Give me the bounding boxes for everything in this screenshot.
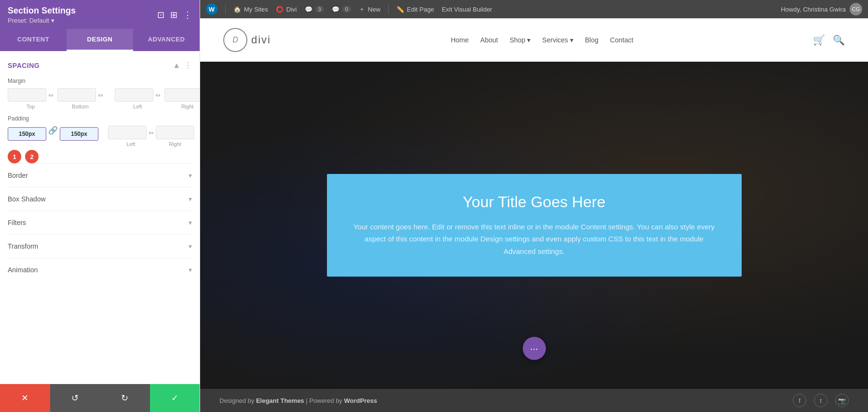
hero-title: Your Title Goes Here [351, 193, 718, 211]
margin-left-group: ⇔ Left [115, 88, 161, 109]
footer-elegant: Elegant Themes [256, 397, 304, 404]
padding-left-input-wrap: ⇔ [108, 126, 154, 139]
my-sites-label: My Sites [244, 6, 268, 13]
pings-item[interactable]: 💬 0 [332, 6, 351, 13]
topbar-divider-2 [388, 4, 389, 14]
margin-left-link-icon[interactable]: ⇔ [155, 92, 161, 99]
my-sites-item[interactable]: 🏠 My Sites [233, 6, 268, 13]
preset-label[interactable]: Preset: Default ▾ [8, 17, 76, 24]
box-shadow-label: Box Shadow [8, 195, 46, 203]
more-icon[interactable]: ⋮ [183, 10, 192, 20]
nav-services[interactable]: Services ▾ [542, 36, 573, 44]
box-shadow-section: Box Shadow ▾ [8, 187, 192, 211]
margin-top-input[interactable] [8, 88, 46, 102]
search-icon[interactable]: 🔍 [833, 34, 845, 46]
margin-right-label: Right [181, 104, 194, 109]
fab-icon: ··· [530, 343, 538, 354]
tab-design[interactable]: Design [67, 29, 133, 51]
margin-bottom-link-icon[interactable]: ⇔ [98, 92, 103, 99]
margin-label: Margin [8, 78, 192, 84]
divi-logo-text: divi [251, 34, 271, 46]
twitter-icon[interactable]: t [814, 394, 827, 407]
margin-bottom-label: Bottom [72, 104, 89, 109]
padding-left-input[interactable] [108, 126, 147, 139]
wp-logo-item[interactable]: W [206, 3, 217, 15]
comments-badge: 3 [315, 6, 324, 13]
exit-builder-item[interactable]: Exit Visual Builder [442, 6, 492, 13]
panel-header-left: Section Settings Preset: Default ▾ [8, 6, 76, 24]
nav-blog[interactable]: Blog [585, 36, 598, 44]
topbar-divider-1 [225, 4, 226, 14]
redo-button[interactable]: ↻ [100, 384, 150, 412]
nav-about[interactable]: About [480, 36, 498, 44]
padding-left-link-icon[interactable]: ⇔ [149, 129, 154, 136]
margin-top-label: Top [27, 104, 35, 109]
border-header[interactable]: Border ▾ [8, 172, 192, 179]
edit-page-label: Edit Page [407, 6, 434, 13]
tab-advanced[interactable]: Advanced [133, 29, 200, 51]
nav-shop[interactable]: Shop ▾ [510, 36, 531, 44]
transform-header[interactable]: Transform ▾ [8, 242, 192, 250]
nav-home[interactable]: Home [451, 36, 469, 44]
border-section: Border ▾ [8, 163, 192, 187]
footer-middle: | Powered by [306, 397, 344, 404]
margin-inputs-row: ⇔ Top ⇔ Bottom [8, 88, 192, 109]
transform-label: Transform [8, 242, 38, 250]
margin-right-input[interactable] [164, 88, 200, 102]
divi-label: Divi [286, 6, 297, 13]
content-box[interactable]: Your Title Goes Here Your content goes h… [327, 174, 742, 277]
padding-right-input[interactable] [156, 126, 194, 139]
panel-bottom: ✕ ↺ ↻ ✓ [0, 384, 200, 412]
padding-bottom-input[interactable] [60, 127, 98, 141]
margin-bottom-input[interactable] [57, 88, 96, 102]
animation-label: Animation [8, 266, 38, 274]
filters-section: Filters ▾ [8, 211, 192, 234]
filters-header[interactable]: Filters ▾ [8, 219, 192, 226]
padding-left-group: ⇔ Left [108, 126, 154, 147]
cancel-button[interactable]: ✕ [0, 384, 50, 412]
margin-left-input[interactable] [115, 88, 153, 102]
divi-logo-letter: D [232, 36, 238, 44]
spacing-title: Spacing [8, 62, 40, 69]
margin-bottom-group: ⇔ Bottom [57, 88, 103, 109]
nav-contact[interactable]: Contact [610, 36, 633, 44]
animation-header[interactable]: Animation ▾ [8, 266, 192, 274]
comments-icon: 💬 [305, 6, 312, 13]
spacing-more-icon[interactable]: ⋮ [184, 61, 192, 70]
pencil-icon: ✏️ [396, 6, 404, 13]
hero-section: Your Title Goes Here Your content goes h… [200, 62, 868, 389]
expand-icon[interactable]: ⊡ [157, 10, 164, 20]
box-shadow-header[interactable]: Box Shadow ▾ [8, 195, 192, 203]
home-icon: 🏠 [233, 6, 241, 13]
hero-body: Your content goes here. Edit or remove t… [351, 221, 718, 258]
instagram-icon[interactable]: 📷 [835, 394, 849, 407]
transform-section: Transform ▾ [8, 234, 192, 258]
panel-header-icons: ⊡ ⊞ ⋮ [157, 10, 192, 20]
padding-link-icon[interactable]: 🔗 [48, 126, 58, 135]
padding-top-input[interactable] [8, 127, 46, 141]
badge-2: 2 [25, 150, 39, 163]
pings-badge: 0 [342, 6, 351, 13]
facebook-icon[interactable]: f [793, 394, 806, 407]
new-item[interactable]: ＋ New [359, 5, 380, 13]
padding-field: Padding 🔗 [8, 115, 192, 163]
right-area: W 🏠 My Sites ⭕ Divi 💬 3 💬 0 ＋ New ✏️ Edi… [200, 0, 868, 412]
padding-top-group [8, 127, 46, 143]
tab-content[interactable]: Content [0, 29, 67, 51]
comments-count-item[interactable]: 💬 3 [305, 6, 324, 13]
columns-icon[interactable]: ⊞ [170, 10, 177, 20]
cart-icon[interactable]: 🛒 [813, 34, 825, 46]
spacing-controls: ▲ ⋮ [173, 61, 192, 70]
cancel-icon: ✕ [21, 393, 28, 403]
edit-page-item[interactable]: ✏️ Edit Page [396, 6, 434, 13]
undo-button[interactable]: ↺ [50, 384, 100, 412]
website-area: D divi Home About Shop ▾ Services ▾ Blog… [200, 18, 868, 412]
site-footer: Designed by Elegant Themes | Powered by … [200, 389, 868, 412]
animation-section: Animation ▾ [8, 258, 192, 281]
fab-button[interactable]: ··· [523, 337, 546, 360]
divi-item[interactable]: ⭕ Divi [276, 6, 297, 13]
margin-top-link-icon[interactable]: ⇔ [48, 92, 54, 99]
confirm-button[interactable]: ✓ [150, 384, 200, 412]
animation-chevron: ▾ [189, 266, 192, 274]
collapse-spacing-icon[interactable]: ▲ [173, 61, 180, 70]
